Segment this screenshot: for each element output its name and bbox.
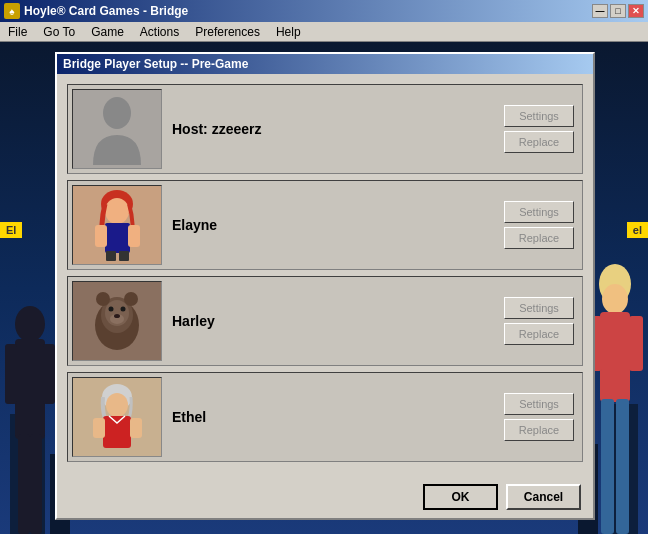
svg-point-23: [96, 292, 110, 306]
title-buttons: — □ ✕: [592, 4, 644, 18]
player-name-3: Harley: [162, 313, 504, 329]
player-name-1: Host: zzeeerz: [162, 121, 504, 137]
player-avatar-3: [72, 281, 162, 361]
dialog-title: Bridge Player Setup -- Pre-Game: [57, 54, 593, 74]
player-avatar-1: [72, 89, 162, 169]
app-icon: ♠: [4, 3, 20, 19]
menu-game[interactable]: Game: [83, 23, 132, 41]
menu-preferences[interactable]: Preferences: [187, 23, 268, 41]
replace-button-2[interactable]: Replace: [504, 227, 574, 249]
svg-rect-5: [30, 434, 42, 534]
minimize-button[interactable]: —: [592, 4, 608, 18]
svg-point-24: [124, 292, 138, 306]
player-row-2: Elayne Settings Replace: [67, 180, 583, 270]
settings-button-1[interactable]: Settings: [504, 105, 574, 127]
main-window: ♠ Hoyle® Card Games - Bridge — □ ✕ File …: [0, 0, 648, 534]
svg-rect-32: [103, 416, 131, 448]
badge-right: el: [627, 222, 648, 238]
player-buttons-1: Settings Replace: [504, 105, 574, 153]
menu-file[interactable]: File: [0, 23, 35, 41]
settings-button-2[interactable]: Settings: [504, 201, 574, 223]
svg-rect-19: [106, 251, 116, 261]
svg-rect-12: [616, 399, 629, 534]
window-title: Hoyle® Card Games - Bridge: [24, 4, 188, 18]
svg-rect-20: [119, 251, 129, 261]
maximize-button[interactable]: □: [610, 4, 626, 18]
svg-point-7: [602, 284, 628, 314]
player-row-1: Host: zzeeerz Settings Replace: [67, 84, 583, 174]
svg-rect-17: [95, 225, 107, 247]
menu-help[interactable]: Help: [268, 23, 309, 41]
player-buttons-2: Settings Replace: [504, 201, 574, 249]
menu-bar: File Go To Game Actions Preferences Help: [0, 22, 648, 42]
svg-point-31: [106, 393, 128, 417]
svg-rect-11: [601, 399, 614, 534]
dialog-footer: OK Cancel: [57, 476, 593, 518]
svg-rect-33: [93, 418, 105, 438]
player-buttons-3: Settings Replace: [504, 297, 574, 345]
player-setup-dialog: Bridge Player Setup -- Pre-Game Host: zz…: [55, 52, 595, 520]
svg-point-13: [103, 97, 131, 129]
svg-rect-8: [600, 312, 630, 402]
player-row-3: Harley Settings Replace: [67, 276, 583, 366]
close-button[interactable]: ✕: [628, 4, 644, 18]
player-name-4: Ethel: [162, 409, 504, 425]
dialog-body: Host: zzeeerz Settings Replace: [57, 74, 593, 476]
cancel-button[interactable]: Cancel: [506, 484, 581, 510]
svg-point-27: [108, 307, 113, 312]
replace-button-3[interactable]: Replace: [504, 323, 574, 345]
svg-rect-18: [128, 225, 140, 247]
svg-rect-16: [105, 223, 130, 253]
player-avatar-2: [72, 185, 162, 265]
svg-rect-1: [15, 339, 45, 439]
settings-button-4[interactable]: Settings: [504, 393, 574, 415]
player-row-4: Ethel Settings Replace: [67, 372, 583, 462]
badge-left: El: [0, 222, 22, 238]
svg-rect-2: [5, 344, 17, 404]
menu-actions[interactable]: Actions: [132, 23, 187, 41]
svg-rect-34: [130, 418, 142, 438]
ok-button[interactable]: OK: [423, 484, 498, 510]
svg-point-29: [114, 314, 120, 318]
replace-button-4[interactable]: Replace: [504, 419, 574, 441]
svg-point-0: [15, 306, 45, 342]
player-avatar-4: [72, 377, 162, 457]
player-name-2: Elayne: [162, 217, 504, 233]
svg-point-28: [120, 307, 125, 312]
replace-button-1[interactable]: Replace: [504, 131, 574, 153]
main-content: El el Bridge Player Setup -- Pre-Game Ho…: [0, 42, 648, 534]
svg-rect-4: [18, 434, 30, 534]
svg-rect-3: [43, 344, 55, 404]
svg-rect-10: [629, 316, 643, 371]
title-bar: ♠ Hoyle® Card Games - Bridge — □ ✕: [0, 0, 648, 22]
svg-point-15: [105, 198, 129, 224]
settings-button-3[interactable]: Settings: [504, 297, 574, 319]
player-buttons-4: Settings Replace: [504, 393, 574, 441]
menu-goto[interactable]: Go To: [35, 23, 83, 41]
